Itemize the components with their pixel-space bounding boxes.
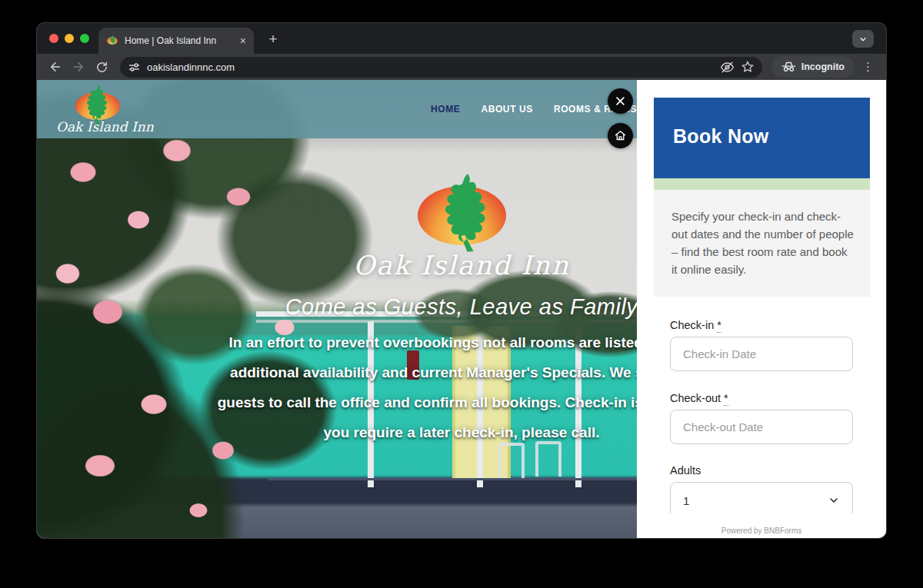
close-booking-button[interactable] <box>608 88 633 114</box>
powered-by: Powered by BNBForms <box>637 527 886 535</box>
address-bar[interactable]: oakislandinnnc.com <box>120 57 762 78</box>
home-icon <box>614 129 627 142</box>
tab-search-chevron-icon[interactable] <box>852 30 874 48</box>
home-widget-button[interactable] <box>608 123 633 148</box>
required-mark: * <box>724 392 728 406</box>
bookmark-star-icon[interactable] <box>741 60 755 74</box>
close-window-button[interactable] <box>49 34 58 43</box>
back-icon[interactable] <box>46 58 65 76</box>
checkin-label: Check-in* <box>670 319 852 331</box>
brand-name: Oak Island Inn <box>56 119 179 135</box>
browser-window: Home | Oak Island Inn × + oakislandinnnc… <box>37 23 886 538</box>
incognito-badge: Incognito <box>771 56 855 78</box>
window-controls <box>49 34 89 43</box>
site-controls-icon[interactable] <box>128 61 141 74</box>
close-icon <box>615 95 626 107</box>
url-text[interactable]: oakislandinnnc.com <box>147 61 714 73</box>
site-logo[interactable]: Oak Island Inn <box>56 83 179 138</box>
checkin-input[interactable] <box>670 337 853 371</box>
tab-strip: Home | Oak Island Inn × + <box>37 23 886 54</box>
booking-form: Check-in* Check-out* Adults 1 <box>637 319 886 513</box>
booking-panel: Book Now Specify your check-in and check… <box>637 80 886 538</box>
booking-header: Book Now <box>654 98 870 178</box>
hero-logo <box>418 186 506 245</box>
minimize-window-button[interactable] <box>65 34 74 43</box>
zoom-window-button[interactable] <box>80 34 89 43</box>
adults-label: Adults <box>670 464 852 477</box>
adults-value: 1 <box>683 494 689 507</box>
tab-title: Home | Oak Island Inn <box>125 35 234 46</box>
checkout-input[interactable] <box>670 410 853 444</box>
browser-menu-icon[interactable]: ⋮ <box>859 60 877 74</box>
adults-select[interactable]: 1 <box>670 482 853 513</box>
new-tab-button[interactable]: + <box>265 31 282 48</box>
oak-leaf-icon <box>430 169 499 255</box>
chevron-down-icon <box>828 494 840 507</box>
nav-item-about-us[interactable]: ABOUT US <box>481 104 532 115</box>
booking-title: Book Now <box>673 125 870 148</box>
site-favicon-icon <box>106 35 118 47</box>
required-mark: * <box>717 319 721 333</box>
browser-tab[interactable]: Home | Oak Island Inn × <box>98 28 254 54</box>
main-nav: HOME ABOUT US ROOMS & RATES <box>431 80 637 138</box>
forward-icon[interactable] <box>69 58 88 76</box>
nav-item-home[interactable]: HOME <box>431 104 460 115</box>
eye-slash-icon[interactable] <box>720 60 735 75</box>
tab-close-icon[interactable]: × <box>240 35 246 46</box>
booking-description: Specify your check-in and check-out date… <box>654 190 870 297</box>
incognito-label: Incognito <box>801 61 845 72</box>
booking-accent-strip <box>654 178 870 190</box>
checkout-label: Check-out* <box>670 392 852 404</box>
reload-icon[interactable] <box>92 58 111 76</box>
page-content: Oak Island Inn HOME ABOUT US ROOMS & RAT… <box>37 80 886 538</box>
incognito-icon <box>781 61 796 72</box>
browser-toolbar: oakislandinnnc.com Incognito ⋮ <box>37 54 886 80</box>
